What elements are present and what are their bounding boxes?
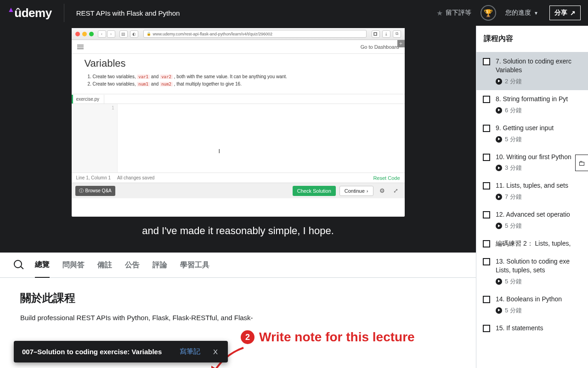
tab-search-icon[interactable] [14,260,22,270]
your-progress-button[interactable]: 您的進度 ▼ [502,7,542,19]
sidebar-item-title: 7. Solution to coding exerc Variables [496,57,582,75]
trophy-icon[interactable]: 🏆 [481,5,496,21]
share-button[interactable]: 分享 ↗ [549,6,581,20]
header-divider [64,4,64,22]
play-icon [496,136,502,143]
tab-reviews[interactable]: 評論 [153,253,167,277]
sidebar-item-9[interactable]: 15. If statements [476,319,588,337]
course-title[interactable]: REST APIs with Flask and Python [76,9,180,17]
status-line: Line 1, Column 1 [76,175,111,180]
back-button-icon: ‹ [98,30,106,38]
url-text: www.udemy.com/rest-api-flask-and-python/… [153,32,272,36]
share-label: 分享 [554,9,567,17]
play-icon [496,278,502,285]
continue-button: Continue › [339,186,373,196]
checkbox-icon[interactable] [483,240,490,247]
checkbox-icon[interactable] [483,296,490,303]
course-sidebar: 課程內容 7. Solution to coding exerc Variabl… [476,26,588,368]
checkbox-icon[interactable] [483,258,490,265]
sidebar-item-meta: 5 分鐘 [496,222,582,230]
sidebar-item-5[interactable]: 12. Advanced set operatio5 分鐘 [476,206,588,235]
editor-gutter: 1 [72,104,118,172]
tab-notes[interactable]: 備註 [97,253,112,277]
sidebar-item-title: 12. Advanced set operatio [496,210,582,219]
checkbox-icon[interactable] [483,125,490,132]
write-note-link[interactable]: 寫筆記 [180,347,200,356]
sidebar-item-title: 11. Lists, tuples, and sets [496,181,582,190]
sidebar-item-1[interactable]: 8. String formatting in Pyt6 分鐘 [476,90,588,119]
lock-icon: 🔒 [147,32,151,36]
sidebar-item-body: 14. Booleans in Python5 分鐘 [496,295,582,315]
text-cursor-icon: I [219,148,220,155]
sidebar-toggle-icon: ▤ [119,30,128,38]
sidebar-item-duration: 5 分鐘 [505,135,522,144]
sidebar-item-body: 10. Writing our first Python3 分鐘 [496,153,582,172]
sidebar-item-6[interactable]: 編碼練習 2： Lists, tuples, [476,235,588,253]
window-min-icon [82,32,87,36]
checkbox-icon[interactable] [483,96,490,103]
slide-content: ‹ › ▤ ◐ 🔒 www.udemy.com/rest-api-flask-a… [72,28,405,217]
sidebar-item-meta: 3 分鐘 [496,164,582,172]
sidebar-item-body: 編碼練習 2： Lists, tuples, [496,239,582,248]
sidebar-item-0[interactable]: 7. Solution to coding exerc Variables2 分… [476,52,588,90]
sidebar-item-body: 8. String formatting in Pyt6 分鐘 [496,95,582,115]
window-max-icon [89,32,94,36]
sidebar-item-duration: 5 分鐘 [505,222,522,230]
sidebar-item-4[interactable]: 11. Lists, tuples, and sets7 分鐘 [476,177,588,206]
slide-bottom-bar: ⓘ Browse Q&A Check Solution Continue › ⚙… [72,183,405,198]
sidebar-header: 課程內容 [476,26,588,52]
checkbox-icon[interactable] [483,182,490,190]
sidebar-item-title: 15. If statements [496,324,582,333]
secondary-bar: Go to Dashboard [72,40,405,54]
play-icon [496,194,502,200]
sidebar-list[interactable]: 7. Solution to coding exerc Variables2 分… [476,52,588,368]
shield-icon: ◐ [130,30,138,38]
sidebar-item-meta: 5 分鐘 [496,277,582,286]
toast-title: 007–Solution to coding exercise: Variabl… [22,348,162,356]
sidebar-item-2[interactable]: 9. Getting user input5 分鐘 [476,119,588,148]
tab-qa[interactable]: 問與答 [62,253,85,277]
sidebar-item-body: 13. Solution to coding exe Lists, tuples… [496,257,582,286]
search-icon [14,260,22,268]
checkbox-icon[interactable] [483,154,490,161]
video-stage[interactable]: ‹ › ▤ ◐ 🔒 www.udemy.com/rest-api-flask-a… [0,26,476,253]
tab-tools[interactable]: 學習工具 [180,253,209,277]
checkbox-icon[interactable] [483,325,490,332]
annotation-text: Write note for this lecture [259,330,415,345]
toast-close-button[interactable]: X [211,348,220,356]
sidebar-item-body: 9. Getting user input5 分鐘 [496,124,582,144]
progress-label: 您的進度 [505,9,531,17]
annotation-badge: 2 [241,330,254,344]
sidebar-item-7[interactable]: 13. Solution to coding exe Lists, tuples… [476,253,588,290]
status-saved: All changes saved [117,175,154,180]
dashboard-link: Go to Dashboard [361,44,399,50]
annotation-label: 2 Write note for this lecture [241,330,415,345]
sidebar-item-meta: 2 分鐘 [496,77,582,86]
checkbox-icon[interactable] [483,211,490,218]
tab-overview[interactable]: 總覽 [35,253,50,278]
sidebar-item-duration: 3 分鐘 [505,164,522,172]
logo-text: ûdemy [14,6,51,20]
new-tab-icon: + [397,40,405,47]
sidebar-item-meta: 5 分鐘 [496,135,582,144]
sidebar-item-8[interactable]: 14. Booleans in Python5 分鐘 [476,290,588,319]
menu-icon [77,45,84,49]
tab-announcements[interactable]: 公告 [125,253,140,277]
sidebar-item-duration: 2 分鐘 [505,77,522,86]
sidebar-item-title: 10. Writing our first Python [496,153,582,161]
archive-folder-button[interactable]: 🗀 [575,155,588,171]
leave-review-button[interactable]: ★ 留下評等 [433,7,475,19]
play-icon [496,223,502,229]
sidebar-item-body: 7. Solution to coding exerc Variables2 分… [496,57,582,86]
udemy-logo[interactable]: ▲ ûdemy [7,6,52,20]
folder-icon: 🗀 [578,159,585,167]
sidebar-item-meta: 6 分鐘 [496,106,582,115]
checkbox-icon[interactable] [483,58,490,65]
sidebar-item-3[interactable]: 10. Writing our first Python3 分鐘 [476,148,588,177]
code-area: I [118,104,405,172]
note-toast: 007–Solution to coding exercise: Variabl… [14,341,228,362]
editor-statusbar: Line 1, Column 1 All changes saved Reset… [72,172,405,183]
sidebar-item-body: 15. If statements [496,324,582,333]
review-label: 留下評等 [446,9,471,17]
chevron-down-icon: ▼ [534,11,538,16]
